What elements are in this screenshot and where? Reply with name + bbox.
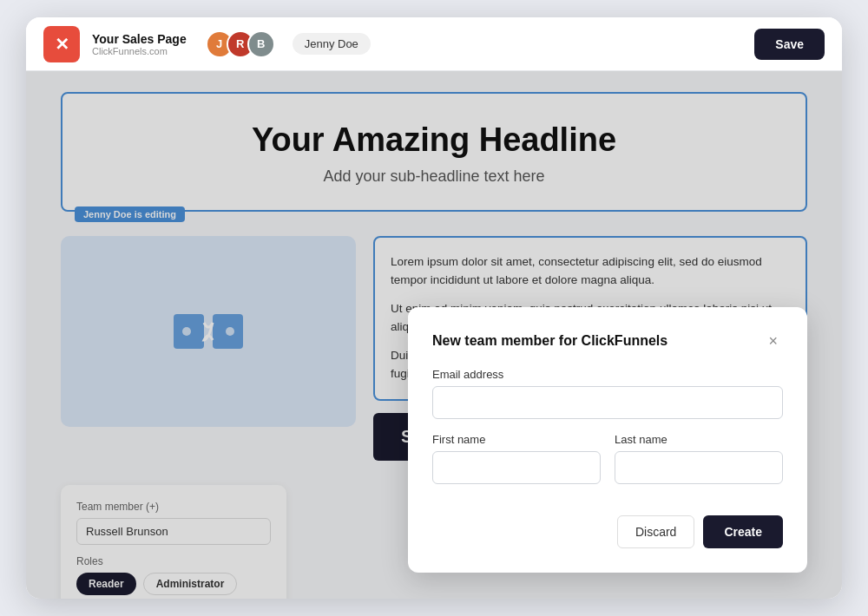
page-url: ClickFunnels.com	[92, 46, 187, 56]
new-team-member-modal: New team member for ClickFunnels × Email…	[408, 307, 807, 573]
email-form-group: Email address	[432, 368, 783, 419]
lastname-input[interactable]	[615, 451, 783, 484]
firstname-form-group: First name	[432, 433, 601, 484]
modal-actions: Discard Create	[432, 515, 783, 548]
modal-title: New team member for ClickFunnels	[432, 333, 667, 349]
page-canvas: Your Amazing Headline Add your sub-headl…	[26, 71, 842, 599]
save-button[interactable]: Save	[754, 29, 825, 60]
page-title: Your Sales Page	[92, 32, 187, 46]
modal-header: New team member for ClickFunnels ×	[432, 331, 783, 351]
username-badge: Jenny Doe	[293, 33, 371, 55]
page-info: Your Sales Page ClickFunnels.com	[92, 32, 187, 56]
modal-create-button[interactable]: Create	[703, 515, 783, 548]
avatar-3: B	[247, 30, 275, 58]
email-input[interactable]	[432, 386, 783, 419]
lastname-form-group: Last name	[615, 433, 783, 484]
modal-close-button[interactable]: ×	[763, 331, 783, 351]
firstname-label: First name	[432, 433, 601, 446]
collaborator-avatars: J R B	[206, 30, 275, 58]
email-label: Email address	[432, 368, 783, 381]
modal-overlay: New team member for ClickFunnels × Email…	[26, 71, 842, 599]
browser-window: ✕ Your Sales Page ClickFunnels.com J R B…	[26, 17, 842, 599]
logo-icon: ✕	[55, 34, 69, 55]
firstname-input[interactable]	[432, 451, 601, 484]
modal-discard-button[interactable]: Discard	[617, 515, 694, 548]
top-bar: ✕ Your Sales Page ClickFunnels.com J R B…	[26, 17, 842, 71]
name-form-row: First name Last name	[432, 433, 783, 498]
app-logo: ✕	[43, 26, 80, 62]
lastname-label: Last name	[615, 433, 783, 446]
